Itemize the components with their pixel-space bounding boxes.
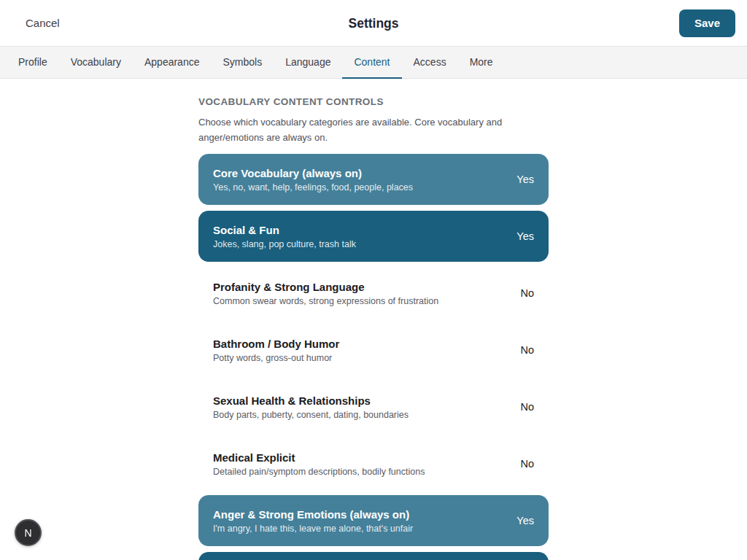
tab-access[interactable]: Access — [402, 47, 458, 79]
section-description: Choose which vocabulary categories are a… — [198, 114, 543, 145]
category-value: No — [511, 458, 534, 470]
tab-appearance[interactable]: Appearance — [133, 47, 212, 79]
category-title: Bathroom / Body Humor — [213, 338, 339, 350]
category-value: No — [511, 344, 534, 356]
content-panel: VOCABULARY CONTENT CONTROLS Choose which… — [198, 96, 549, 560]
category-row[interactable]: Bathroom / Body HumorPotty words, gross-… — [198, 324, 549, 376]
category-title: Anger & Strong Emotions (always on) — [213, 508, 413, 521]
category-row[interactable]: Medical ExplicitDetailed pain/symptom de… — [198, 438, 549, 489]
category-subtitle: Jokes, slang, pop culture, trash talk — [213, 239, 356, 249]
top-bar: Cancel Settings Save — [0, 0, 747, 46]
category-subtitle: Common swear words, strong expressions o… — [213, 296, 438, 306]
category-value: Yes — [508, 174, 534, 185]
category-value: No — [511, 401, 534, 413]
category-value: Yes — [508, 230, 534, 242]
category-subtitle: I'm angry, I hate this, leave me alone, … — [213, 524, 413, 534]
category-text: Anger & Strong Emotions (always on)I'm a… — [213, 508, 413, 534]
settings-tab-bar: Profile Vocabulary Appearance Symbols La… — [0, 46, 747, 79]
page-title: Settings — [348, 15, 398, 31]
category-title: Core Vocabulary (always on) — [213, 167, 413, 179]
category-text: Profanity & Strong LanguageCommon swear … — [213, 281, 438, 306]
section-title: VOCABULARY CONTENT CONTROLS — [198, 96, 549, 107]
tab-content[interactable]: Content — [342, 47, 401, 79]
category-text: Social & FunJokes, slang, pop culture, t… — [213, 224, 356, 249]
category-row[interactable]: Social & FunJokes, slang, pop culture, t… — [198, 211, 549, 262]
category-list: Core Vocabulary (always on)Yes, no, want… — [198, 154, 549, 560]
category-row-partial[interactable] — [198, 552, 549, 560]
category-title: Sexual Health & Relationships — [213, 394, 409, 407]
tab-profile[interactable]: Profile — [7, 47, 59, 79]
avatar-badge[interactable]: N — [15, 519, 42, 546]
category-row[interactable]: Sexual Health & RelationshipsBody parts,… — [198, 381, 549, 432]
cancel-button[interactable]: Cancel — [26, 17, 60, 29]
category-text: Medical ExplicitDetailed pain/symptom de… — [213, 451, 425, 477]
category-subtitle: Detailed pain/symptom descriptions, bodi… — [213, 467, 425, 477]
category-title: Profanity & Strong Language — [213, 281, 438, 293]
tab-vocabulary[interactable]: Vocabulary — [59, 47, 133, 79]
category-subtitle: Yes, no, want, help, feelings, food, peo… — [213, 182, 413, 192]
category-row[interactable]: Profanity & Strong LanguageCommon swear … — [198, 268, 549, 319]
category-subtitle: Body parts, puberty, consent, dating, bo… — [213, 410, 409, 420]
category-subtitle: Potty words, gross-out humor — [213, 353, 339, 363]
tab-language[interactable]: Language — [274, 47, 342, 79]
category-value: No — [511, 287, 534, 299]
category-row[interactable]: Core Vocabulary (always on)Yes, no, want… — [198, 154, 549, 205]
tab-more[interactable]: More — [458, 47, 505, 79]
category-value: Yes — [508, 515, 534, 526]
category-text: Bathroom / Body HumorPotty words, gross-… — [213, 338, 339, 363]
save-button[interactable]: Save — [679, 9, 735, 37]
category-text: Core Vocabulary (always on)Yes, no, want… — [213, 167, 413, 192]
category-row[interactable]: Anger & Strong Emotions (always on)I'm a… — [198, 495, 549, 546]
category-title: Medical Explicit — [213, 451, 425, 464]
tab-symbols[interactable]: Symbols — [211, 47, 274, 79]
category-text: Sexual Health & RelationshipsBody parts,… — [213, 394, 409, 420]
category-title: Social & Fun — [213, 224, 356, 236]
